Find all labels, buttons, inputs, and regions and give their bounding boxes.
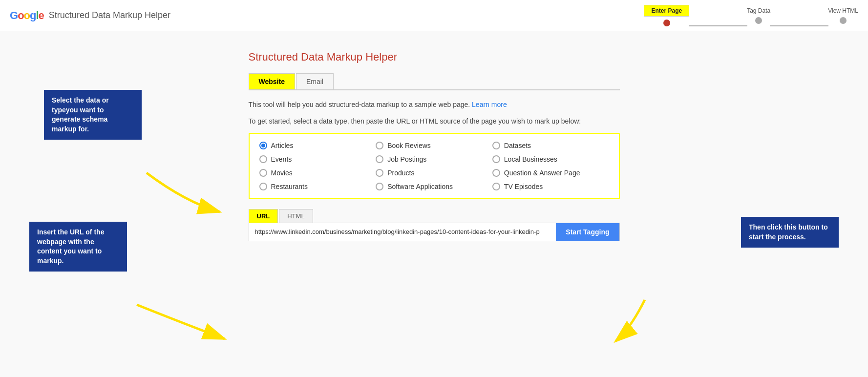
step-enter-page-label: Enter Page bbox=[644, 5, 689, 17]
url-tabs[interactable]: URL HTML bbox=[249, 209, 620, 223]
logo-o1: o bbox=[18, 9, 23, 21]
main: Select the data or typeyou want to gener… bbox=[0, 31, 868, 377]
step-line-2 bbox=[770, 25, 828, 26]
progress-bar: Enter Page Tag Data View HTML bbox=[644, 5, 858, 26]
radio-label: TV Episodes bbox=[504, 183, 543, 190]
content-area: Structured Data Markup Helper Website Em… bbox=[239, 51, 630, 241]
step-line-1 bbox=[689, 25, 747, 26]
radio-circle bbox=[259, 169, 267, 177]
google-logo: Google bbox=[10, 9, 44, 22]
header: Google Structured Data Markup Helper Ent… bbox=[0, 0, 868, 31]
step-view-html-dot bbox=[840, 17, 847, 24]
radio-circle bbox=[259, 142, 267, 149]
radio-label: Articles bbox=[271, 142, 294, 149]
radio-label: Restaurants bbox=[271, 183, 308, 190]
radio-label: Local Businesses bbox=[504, 155, 557, 163]
page-heading: Structured Data Markup Helper bbox=[249, 51, 620, 63]
data-type-grid: ArticlesBook ReviewsDatasetsEventsJob Po… bbox=[259, 142, 609, 190]
url-tab-url[interactable]: URL bbox=[249, 209, 278, 223]
annotation-button: Then click this button to start the proc… bbox=[741, 217, 839, 248]
radio-circle bbox=[259, 155, 267, 163]
radio-label: Events bbox=[271, 155, 292, 163]
radio-option-local-businesses[interactable]: Local Businesses bbox=[492, 155, 609, 163]
radio-option-tv-episodes[interactable]: TV Episodes bbox=[492, 183, 609, 190]
radio-circle bbox=[259, 183, 267, 190]
annotation-data-type: Select the data or typeyou want to gener… bbox=[44, 90, 142, 140]
step-enter-page-dot bbox=[663, 20, 670, 26]
radio-option-products[interactable]: Products bbox=[376, 169, 492, 177]
annotation-url: Insert the URL of the webpage with the c… bbox=[29, 222, 127, 272]
tab-website[interactable]: Website bbox=[249, 73, 295, 89]
description-text-2: To get started, select a data type, then… bbox=[249, 116, 620, 126]
radio-label: Book Reviews bbox=[387, 142, 431, 149]
step-tag-data: Tag Data bbox=[747, 7, 770, 24]
radio-circle bbox=[492, 142, 500, 149]
step-tag-data-dot bbox=[755, 17, 762, 24]
app-title: Structured Data Markup Helper bbox=[49, 10, 170, 21]
radio-label: Datasets bbox=[504, 142, 531, 149]
header-left: Google Structured Data Markup Helper bbox=[10, 9, 170, 22]
radio-option-articles[interactable]: Articles bbox=[259, 142, 376, 149]
radio-option-events[interactable]: Events bbox=[259, 155, 376, 163]
url-tab-html[interactable]: HTML bbox=[279, 209, 313, 223]
radio-option-question-&-answer-page[interactable]: Question & Answer Page bbox=[492, 169, 609, 177]
tab-email[interactable]: Email bbox=[296, 73, 334, 89]
logo-o2: o bbox=[24, 9, 30, 21]
radio-circle bbox=[376, 142, 383, 149]
radio-option-restaurants[interactable]: Restaurants bbox=[259, 183, 376, 190]
radio-option-datasets[interactable]: Datasets bbox=[492, 142, 609, 149]
step-tag-data-label: Tag Data bbox=[747, 7, 770, 14]
radio-circle bbox=[376, 155, 383, 163]
learn-more-link[interactable]: Learn more bbox=[472, 101, 507, 108]
description-text-1: This tool will help you add structured-d… bbox=[249, 99, 620, 110]
radio-circle bbox=[376, 183, 383, 190]
radio-label: Job Postings bbox=[387, 155, 426, 163]
radio-circle bbox=[376, 169, 383, 177]
logo-g2: g bbox=[30, 9, 36, 21]
step-view-html: View HTML bbox=[828, 7, 858, 24]
radio-label: Software Applications bbox=[387, 183, 453, 190]
start-tagging-button[interactable]: Start Tagging bbox=[556, 223, 619, 241]
tabs[interactable]: Website Email bbox=[249, 73, 620, 90]
step-enter-page: Enter Page bbox=[644, 5, 689, 26]
radio-option-software-applications[interactable]: Software Applications bbox=[376, 183, 492, 190]
radio-label: Question & Answer Page bbox=[504, 169, 580, 177]
radio-circle bbox=[492, 155, 500, 163]
step-view-html-label: View HTML bbox=[828, 7, 858, 14]
logo-e: e bbox=[39, 9, 44, 21]
radio-option-book-reviews[interactable]: Book Reviews bbox=[376, 142, 492, 149]
logo-g: G bbox=[10, 9, 18, 21]
url-input-row: Start Tagging bbox=[249, 223, 620, 241]
radio-circle bbox=[492, 169, 500, 177]
data-type-box: ArticlesBook ReviewsDatasetsEventsJob Po… bbox=[249, 133, 620, 199]
radio-label: Movies bbox=[271, 169, 293, 177]
radio-circle bbox=[492, 183, 500, 190]
radio-option-job-postings[interactable]: Job Postings bbox=[376, 155, 492, 163]
radio-label: Products bbox=[387, 169, 414, 177]
radio-option-movies[interactable]: Movies bbox=[259, 169, 376, 177]
url-input[interactable] bbox=[249, 223, 556, 241]
